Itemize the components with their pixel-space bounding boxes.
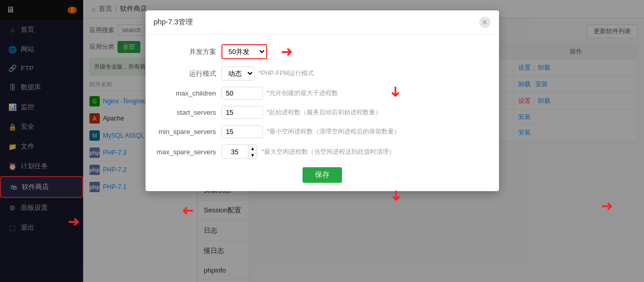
- max-children-row: max_children *允许创建的最大子进程数: [154, 87, 491, 100]
- spinner-down-button[interactable]: ▼: [248, 152, 257, 158]
- max-spare-label: max_spare_servers: [154, 148, 221, 156]
- run-mode-label: 运行模式: [154, 69, 221, 78]
- run-mode-select[interactable]: 动态: [221, 66, 255, 80]
- start-servers-note: *起始进程数（服务启动后初始进程数量）: [267, 108, 382, 117]
- save-button[interactable]: 保存: [303, 167, 342, 183]
- modal-header: php-7.3管理 ×: [146, 10, 499, 35]
- max-spare-spinner: ▲ ▼: [221, 144, 258, 159]
- concurrent-row: 并发方案 50并发 100并发 200并发 ➜: [154, 43, 491, 60]
- max-spare-input[interactable]: [222, 146, 248, 157]
- modal-close-button[interactable]: ×: [479, 17, 491, 28]
- run-mode-note: *PHP-FPM运行模式: [259, 69, 314, 78]
- modal-title: php-7.3管理: [154, 18, 193, 27]
- max-children-label: max_children: [154, 89, 221, 97]
- concurrent-select[interactable]: 50并发 100并发 200并发: [221, 44, 267, 59]
- spinner-buttons: ▲ ▼: [248, 145, 257, 158]
- start-servers-label: start_servers: [154, 109, 221, 116]
- start-servers-input[interactable]: [221, 106, 263, 119]
- arrow-concurrent: ➜: [281, 43, 293, 60]
- concurrent-wrap: 50并发 100并发 200并发 ➜: [221, 43, 293, 60]
- start-servers-row: start_servers *起始进程数（服务启动后初始进程数量）: [154, 106, 491, 119]
- concurrent-label: 并发方案: [154, 47, 221, 57]
- max-children-input[interactable]: [221, 87, 263, 100]
- min-spare-input[interactable]: [221, 125, 263, 138]
- min-spare-label: min_spare_servers: [154, 128, 221, 136]
- modal-overlay: php-7.3管理 × 并发方案 50并发 100并发 200并发 ➜ 运行模式: [0, 0, 644, 282]
- min-spare-row: min_spare_servers *最小空闲进程数（清理空闲进程后的保留数量）: [154, 125, 491, 138]
- modal-body: 并发方案 50并发 100并发 200并发 ➜ 运行模式 动态 *PHP-FPM…: [146, 35, 499, 191]
- php-manage-modal: php-7.3管理 × 并发方案 50并发 100并发 200并发 ➜ 运行模式: [146, 10, 499, 191]
- max-spare-note: *最大空闲进程数（当空闲进程达到此值时清理）: [261, 147, 395, 156]
- run-mode-row: 运行模式 动态 *PHP-FPM运行模式: [154, 66, 491, 80]
- save-row: 保存: [154, 167, 491, 183]
- max-spare-row: max_spare_servers ▲ ▼ *最大空闲进程数（当空闲进程达到此值…: [154, 144, 491, 159]
- max-children-note: *允许创建的最大子进程数: [267, 89, 338, 98]
- min-spare-note: *最小空闲进程数（清理空闲进程后的保留数量）: [267, 127, 401, 136]
- spinner-up-button[interactable]: ▲: [248, 145, 257, 152]
